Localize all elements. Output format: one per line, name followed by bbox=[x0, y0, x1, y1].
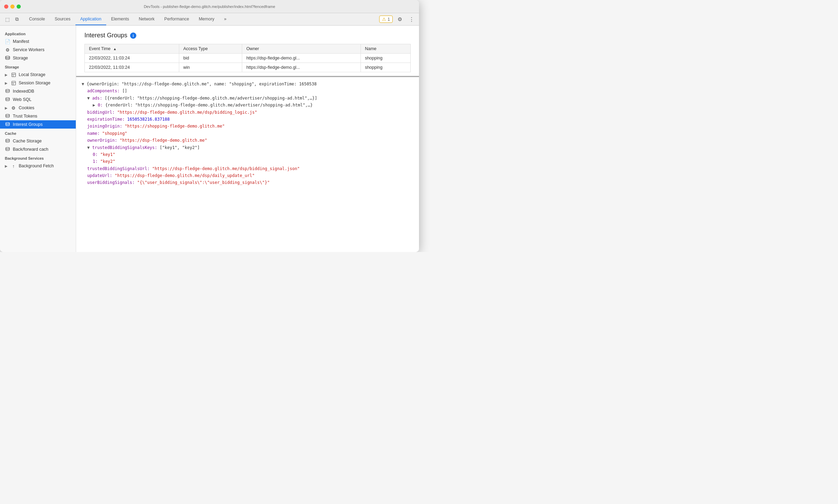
service-workers-icon: ⚙ bbox=[5, 47, 10, 53]
sidebar-label-storage: Storage bbox=[13, 56, 28, 60]
col-owner[interactable]: Owner bbox=[242, 44, 361, 54]
sidebar-label-trust-tokens: Trust Tokens bbox=[13, 114, 37, 119]
session-storage-arrow: ▶ bbox=[5, 81, 8, 85]
session-storage-icon bbox=[11, 80, 16, 86]
svg-rect-1 bbox=[12, 73, 16, 77]
detail-line-3: ▶ 0: {renderUrl: "https://shopping-fledg… bbox=[82, 102, 413, 109]
tab-application[interactable]: Application bbox=[75, 13, 106, 25]
svg-rect-4 bbox=[12, 81, 16, 85]
sidebar-item-session-storage[interactable]: ▶ Session Storage bbox=[0, 79, 76, 87]
toolbar-right: ⚠ 1 ⚙ ⋮ bbox=[379, 15, 416, 24]
detail-line-11: 1: "key2" bbox=[82, 158, 413, 165]
sidebar-item-trust-tokens[interactable]: Trust Tokens bbox=[0, 112, 76, 120]
sidebar-item-background-fetch[interactable]: ▶ ↑ Background Fetch bbox=[0, 162, 76, 170]
col-access-type[interactable]: Access Type bbox=[179, 44, 242, 54]
svg-point-0 bbox=[6, 56, 10, 57]
detail-panel[interactable]: ▼ {ownerOrigin: "https://dsp-fledge-demo… bbox=[76, 76, 419, 252]
titlebar: DevTools - publisher-fledge-demo.glitch.… bbox=[0, 0, 419, 13]
col-name[interactable]: Name bbox=[361, 44, 410, 54]
content-top: Interest Groups i Event Time ▲ bbox=[76, 26, 419, 76]
detail-line-8: ownerOrigin: "https://dsp-fledge-demo.gl… bbox=[82, 137, 413, 144]
svg-point-11 bbox=[6, 139, 10, 140]
cookies-icon: ⚙ bbox=[11, 105, 16, 111]
cell-event_time: 22/03/2022, 11:03:24 bbox=[85, 54, 179, 63]
background-fetch-arrow: ▶ bbox=[5, 164, 8, 168]
info-icon[interactable]: i bbox=[130, 32, 136, 39]
svg-point-12 bbox=[6, 147, 10, 149]
table-row[interactable]: 22/03/2022, 11:03:24bidhttps://dsp-fledg… bbox=[85, 54, 411, 63]
maximize-button[interactable] bbox=[17, 4, 21, 9]
sidebar-item-indexeddb[interactable]: IndexedDB bbox=[0, 87, 76, 95]
warning-icon: ⚠ bbox=[382, 17, 386, 22]
detail-line-7: name: "shopping" bbox=[82, 130, 413, 137]
tab-elements[interactable]: Elements bbox=[106, 13, 134, 25]
sidebar-label-interest-groups: Interest Groups bbox=[13, 122, 43, 127]
tab-memory[interactable]: Memory bbox=[194, 13, 219, 25]
table-row[interactable]: 22/03/2022, 11:03:24winhttps://dsp-fledg… bbox=[85, 63, 411, 72]
devtools-window: DevTools - publisher-fledge-demo.glitch.… bbox=[0, 0, 419, 252]
interest-groups-table: Event Time ▲ Access Type Owner bbox=[84, 44, 411, 72]
tab-console[interactable]: Console bbox=[24, 13, 50, 25]
sidebar-section-background: Background Services bbox=[0, 153, 76, 162]
detail-line-12: trustedBiddingSignalsUrl: "https://dsp-f… bbox=[82, 165, 413, 172]
local-storage-icon bbox=[11, 72, 16, 77]
cursor-icon[interactable]: ⬚ bbox=[3, 15, 12, 24]
minimize-button[interactable] bbox=[10, 4, 15, 9]
sidebar-item-local-storage[interactable]: ▶ Local Storage bbox=[0, 71, 76, 79]
sidebar-label-back-forward-cache: Back/forward cach bbox=[13, 147, 48, 152]
svg-point-7 bbox=[6, 89, 10, 91]
sidebar-item-back-forward-cache[interactable]: Back/forward cach bbox=[0, 145, 76, 153]
content-area: Interest Groups i Event Time ▲ bbox=[76, 26, 419, 252]
tab-performance[interactable]: Performance bbox=[160, 13, 194, 25]
settings-button[interactable]: ⚙ bbox=[395, 15, 404, 24]
detail-line-0: ▼ {ownerOrigin: "https://dsp-fledge-demo… bbox=[82, 81, 413, 87]
back-forward-cache-icon bbox=[5, 147, 10, 152]
sidebar-item-cookies[interactable]: ▶ ⚙ Cookies bbox=[0, 104, 76, 112]
sort-arrow-icon: ▲ bbox=[113, 47, 117, 51]
sidebar-item-interest-groups[interactable]: Interest Groups bbox=[0, 120, 76, 129]
close-button[interactable] bbox=[4, 4, 8, 9]
sidebar-label-service-workers: Service Workers bbox=[13, 47, 44, 52]
col-event-time-label: Event Time bbox=[89, 46, 111, 51]
warning-badge[interactable]: ⚠ 1 bbox=[379, 16, 393, 23]
more-options-button[interactable]: ⋮ bbox=[407, 15, 416, 24]
cell-name: shopping bbox=[361, 63, 410, 72]
sidebar-item-manifest[interactable]: 📄 Manifest bbox=[0, 37, 76, 46]
trust-tokens-icon bbox=[5, 113, 10, 119]
toolbar: ⬚ ⧉ Console Sources Application Elements… bbox=[0, 13, 419, 26]
detail-line-13: updateUrl: "https://dsp-fledge-demo.glit… bbox=[82, 172, 413, 179]
cell-access_type: bid bbox=[179, 54, 242, 63]
sidebar-label-session-storage: Session Storage bbox=[19, 81, 51, 85]
sidebar-section-cache: Cache bbox=[0, 129, 76, 137]
svg-point-8 bbox=[6, 97, 10, 99]
sidebar-item-cache-storage[interactable]: Cache Storage bbox=[0, 137, 76, 145]
tab-nav: Console Sources Application Elements Net… bbox=[24, 13, 231, 25]
page-title: Interest Groups bbox=[84, 32, 127, 39]
detail-line-4: biddingUrl: "https://dsp-fledge-demo.gli… bbox=[82, 109, 413, 116]
interest-groups-icon bbox=[5, 122, 10, 127]
sidebar-item-storage[interactable]: Storage bbox=[0, 54, 76, 62]
detail-line-5: expirationTime: 1650538216.837188 bbox=[82, 116, 413, 123]
svg-point-10 bbox=[6, 122, 10, 124]
detail-line-14: userBiddingSignals: "{\"user_bidding_sig… bbox=[82, 179, 413, 186]
warning-count: 1 bbox=[388, 17, 390, 22]
tab-sources[interactable]: Sources bbox=[50, 13, 75, 25]
sidebar-item-web-sql[interactable]: Web SQL bbox=[0, 95, 76, 104]
tab-network[interactable]: Network bbox=[134, 13, 160, 25]
sidebar-section-application: Application bbox=[0, 29, 76, 37]
col-event-time[interactable]: Event Time ▲ bbox=[85, 44, 179, 54]
svg-point-9 bbox=[6, 114, 10, 115]
sidebar-label-cookies: Cookies bbox=[19, 105, 34, 110]
detail-line-2: ▼ ads: [{renderUrl: "https://shopping-fl… bbox=[82, 95, 413, 102]
tab-more[interactable]: » bbox=[219, 13, 231, 25]
col-owner-label: Owner bbox=[246, 46, 259, 51]
sidebar-item-service-workers[interactable]: ⚙ Service Workers bbox=[0, 46, 76, 54]
device-icon[interactable]: ⧉ bbox=[12, 15, 21, 24]
cell-event_time: 22/03/2022, 11:03:24 bbox=[85, 63, 179, 72]
table-wrapper: Event Time ▲ Access Type Owner bbox=[84, 44, 411, 72]
sidebar: Application 📄 Manifest ⚙ Service Workers… bbox=[0, 26, 76, 252]
main-container: Application 📄 Manifest ⚙ Service Workers… bbox=[0, 26, 419, 252]
detail-line-9: ▼ trustedBiddingSignalsKeys: ["key1", "k… bbox=[82, 144, 413, 151]
sidebar-label-web-sql: Web SQL bbox=[13, 97, 31, 102]
cookies-arrow: ▶ bbox=[5, 106, 8, 110]
